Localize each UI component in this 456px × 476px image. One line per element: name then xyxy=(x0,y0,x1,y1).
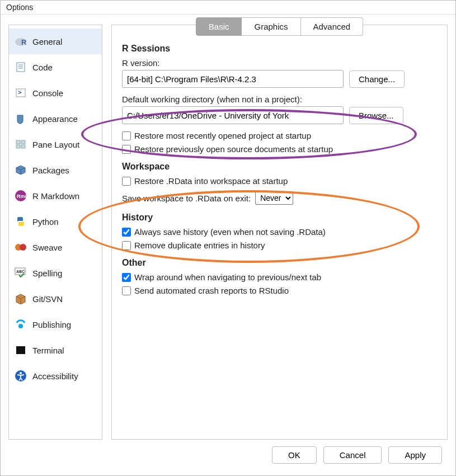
sidebar-item-label: Sweave xyxy=(32,243,62,252)
sidebar-item-general[interactable]: R General xyxy=(9,29,102,54)
sidebar-item-rmarkdown[interactable]: Rmd R Markdown xyxy=(9,183,102,209)
tab-bar: Basic Graphics Advanced xyxy=(122,17,437,36)
sidebar-item-sweave[interactable]: Sweave xyxy=(9,234,102,260)
svg-rect-11 xyxy=(21,145,25,148)
sidebar-item-label: Packages xyxy=(32,166,69,175)
sidebar-item-label: Terminal xyxy=(32,346,64,355)
svg-text:Rmd: Rmd xyxy=(17,194,27,199)
svg-rect-19 xyxy=(16,346,25,354)
sidebar-item-python[interactable]: Python xyxy=(9,209,102,234)
sidebar-item-pane-layout[interactable]: Pane Layout xyxy=(9,131,102,157)
svg-rect-9 xyxy=(21,140,25,144)
publishing-icon xyxy=(15,318,27,331)
restore-rdata-label: Restore .RData into workspace at startup xyxy=(134,176,288,186)
svg-rect-10 xyxy=(16,145,20,148)
category-sidebar: R General Code > Console Appearance Pane… xyxy=(8,25,102,440)
wrap-tabs-checkbox[interactable] xyxy=(122,273,131,282)
crash-reports-checkbox[interactable] xyxy=(122,286,131,295)
terminal-icon xyxy=(15,344,27,356)
sidebar-item-label: R Markdown xyxy=(32,191,79,201)
save-workspace-select[interactable]: Never xyxy=(255,191,293,205)
sweave-icon xyxy=(15,241,27,253)
document-icon xyxy=(15,61,27,73)
svg-point-21 xyxy=(20,372,22,374)
rmarkdown-icon: Rmd xyxy=(15,190,27,202)
restore-docs-checkbox[interactable] xyxy=(122,145,131,154)
window-title: Options xyxy=(6,3,33,12)
sidebar-item-label: Pane Layout xyxy=(32,140,79,149)
section-other: Other xyxy=(122,258,437,268)
paint-bucket-icon xyxy=(15,112,27,125)
sidebar-item-label: Git/SVN xyxy=(32,294,63,304)
box-icon xyxy=(15,293,27,305)
spellcheck-icon: ABC xyxy=(15,267,27,279)
ok-button[interactable]: OK xyxy=(272,446,317,464)
svg-point-18 xyxy=(18,324,23,328)
change-button[interactable]: Change... xyxy=(349,70,405,88)
sidebar-item-label: Console xyxy=(32,88,63,98)
package-icon xyxy=(15,164,27,176)
sidebar-item-code[interactable]: Code xyxy=(9,54,102,80)
svg-rect-2 xyxy=(17,63,25,72)
tab-graphics[interactable]: Graphics xyxy=(242,17,300,36)
sidebar-item-appearance[interactable]: Appearance xyxy=(9,106,102,131)
sidebar-item-terminal[interactable]: Terminal xyxy=(9,337,102,363)
defaultwd-field[interactable] xyxy=(122,106,344,124)
python-icon xyxy=(15,215,27,228)
sidebar-item-label: Accessibility xyxy=(32,371,78,381)
save-workspace-label: Save workspace to .RData on exit: xyxy=(122,194,251,203)
sidebar-item-packages[interactable]: Packages xyxy=(9,157,102,183)
crash-reports-label: Send automated crash reports to RStudio xyxy=(134,286,289,295)
sidebar-item-console[interactable]: > Console xyxy=(9,80,102,106)
defaultwd-label: Default working directory (when not in a… xyxy=(122,95,437,104)
restore-rdata-checkbox[interactable] xyxy=(122,177,131,186)
svg-text:>: > xyxy=(18,89,21,96)
rversion-field[interactable] xyxy=(122,70,344,88)
wrap-tabs-label: Wrap around when navigating to previous/… xyxy=(134,272,321,282)
sidebar-item-label: Code xyxy=(32,63,53,72)
svg-point-15 xyxy=(20,244,26,251)
main-panel: Basic Graphics Advanced R Sessions R ver… xyxy=(111,25,448,440)
dialog-footer: OK Cancel Apply xyxy=(1,440,455,470)
sidebar-item-label: Python xyxy=(32,217,59,227)
restore-project-checkbox[interactable] xyxy=(122,131,131,140)
sidebar-item-git[interactable]: Git/SVN xyxy=(9,286,102,312)
remove-dup-history-checkbox[interactable] xyxy=(122,241,131,250)
sidebar-item-label: Publishing xyxy=(32,320,71,329)
sidebar-item-accessibility[interactable]: Accessibility xyxy=(9,363,102,389)
sidebar-item-publishing[interactable]: Publishing xyxy=(9,312,102,337)
sidebar-item-label: Appearance xyxy=(32,114,78,124)
sidebar-item-label: Spelling xyxy=(32,268,62,278)
sidebar-item-label: General xyxy=(32,37,62,46)
window-titlebar: Options xyxy=(1,1,455,15)
svg-text:ABC: ABC xyxy=(16,270,25,274)
sidebar-item-spelling[interactable]: ABC Spelling xyxy=(9,260,102,286)
restore-docs-label: Restore previously open source documents… xyxy=(134,144,333,154)
svg-text:R: R xyxy=(21,38,27,46)
tab-basic[interactable]: Basic xyxy=(196,17,242,36)
browse-button[interactable]: Browse... xyxy=(349,107,403,124)
section-workspace: Workspace xyxy=(122,162,437,172)
always-save-history-checkbox[interactable] xyxy=(122,228,131,237)
panes-icon xyxy=(15,138,27,150)
remove-dup-history-label: Remove duplicate entries in history xyxy=(134,241,265,250)
tab-advanced[interactable]: Advanced xyxy=(301,17,364,36)
restore-project-label: Restore most recently opened project at … xyxy=(134,131,311,140)
cancel-button[interactable]: Cancel xyxy=(323,446,382,464)
r-logo-icon: R xyxy=(15,35,27,48)
accessibility-icon xyxy=(15,370,27,382)
section-history: History xyxy=(122,213,437,223)
apply-button[interactable]: Apply xyxy=(388,446,442,464)
rversion-label: R version: xyxy=(122,58,437,68)
console-icon: > xyxy=(15,87,27,99)
svg-rect-8 xyxy=(16,140,20,144)
section-r-sessions: R Sessions xyxy=(122,44,437,54)
always-save-history-label: Always save history (even when not savin… xyxy=(134,227,326,237)
